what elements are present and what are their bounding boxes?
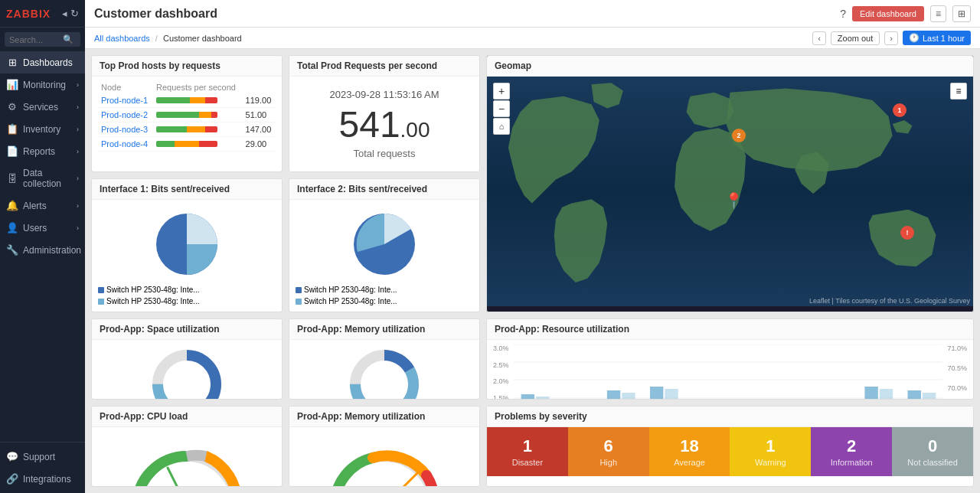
total-requests-value: 541.00 (338, 106, 430, 143)
map-filter-button[interactable]: ≡ (950, 83, 967, 100)
legend-dot-4 (296, 299, 302, 305)
grid-view-button[interactable]: ⊞ (952, 5, 971, 22)
total-requests-label: Total requests (354, 148, 416, 159)
svg-rect-36 (879, 389, 892, 400)
memory-util2-widget: Prod-App: Memory utilization 68.24 % M (289, 406, 480, 487)
y-axis-left: 3.0%2.5%2.0%1.5%1.0%0.5%0% (493, 344, 511, 400)
map-zoom-out[interactable]: − (493, 100, 510, 117)
node-link[interactable]: Prod-node-2 (101, 110, 148, 119)
page-title: Customer dashboard (94, 7, 217, 21)
sidebar-item-data-collection[interactable]: 🗄 Data collection › (0, 162, 85, 194)
list-view-button[interactable]: ≡ (930, 5, 946, 22)
map-controls: + − ⌂ (493, 83, 510, 135)
svg-rect-18 (521, 394, 534, 400)
map-marker-2[interactable]: 2 (732, 129, 746, 142)
cpu-load-widget: Prod-App: CPU load 0.02 Load average ( (91, 406, 283, 487)
breadcrumb-all[interactable]: All dashboards (94, 34, 150, 43)
zoom-out-button[interactable]: Zoom out (831, 31, 880, 45)
sidebar-item-inventory[interactable]: 📋 Inventory › (0, 118, 85, 140)
severity-label: High (599, 458, 617, 467)
legend-item-4: Switch HP 2530-48g: Inte... (296, 297, 397, 305)
memory-util2-body: 68.24 % Memory utilization 0 % 100 % (289, 427, 479, 487)
severity-cell[interactable]: 0 Not classified (892, 427, 973, 476)
severity-cell[interactable]: 18 Average (649, 427, 730, 476)
total-requests-widget: Total Prod Requests per second 2023-09-2… (289, 55, 480, 172)
sidebar-item-integrations[interactable]: 🔗 Integrations (0, 468, 85, 490)
sidebar-item-dashboards[interactable]: ⊞ Dashboards (0, 51, 85, 73)
y-axis-right: 71.0%70.5%70.0%69.5%69.0%68.5% (946, 344, 967, 400)
legend-dot-3 (296, 287, 302, 293)
monitoring-arrow: › (77, 81, 79, 89)
interface1-pie (149, 206, 225, 282)
svg-rect-26 (864, 387, 877, 400)
services-arrow: › (77, 103, 79, 111)
severity-cell[interactable]: 1 Disaster (487, 427, 568, 476)
search-icon: 🔍 (63, 34, 74, 44)
node-link[interactable]: Prod-node-1 (101, 96, 148, 105)
legend-item-3: Switch HP 2530-48g: Inte... (296, 286, 397, 294)
prev-button[interactable]: ‹ (812, 31, 826, 45)
breadcrumb-separator: / (155, 34, 158, 43)
sidebar-item-users[interactable]: 👤 Users › (0, 217, 85, 239)
sidebar-item-reports[interactable]: 📄 Reports › (0, 140, 85, 162)
svg-rect-31 (665, 389, 678, 400)
help-icon[interactable]: ? (840, 8, 846, 20)
severity-label: Information (831, 458, 873, 467)
space-util-donut (149, 346, 225, 400)
resource-util-body: 3.0%2.5%2.0%1.5%1.0%0.5%0% (487, 340, 973, 400)
collapse-icon[interactable]: ◂ (62, 8, 67, 19)
map-marker-1[interactable]: 1 (893, 103, 906, 117)
data-collection-arrow: › (77, 175, 79, 182)
svg-rect-28 (536, 397, 549, 400)
severity-count: 1 (766, 436, 775, 456)
users-icon: 👤 (6, 222, 18, 233)
cpu-load-body: 0.02 Load average (5m avg) 0 15 (92, 427, 282, 487)
edit-dashboard-button[interactable]: Edit dashboard (852, 6, 924, 21)
severity-cell[interactable]: 2 Information (811, 427, 892, 476)
map-zoom-in[interactable]: + (493, 83, 510, 100)
resource-svg (514, 344, 943, 400)
col-requests: Requests per second (153, 81, 243, 93)
sidebar-item-administration[interactable]: 🔧 Administration › (0, 239, 85, 261)
map-home[interactable]: ⌂ (493, 118, 510, 135)
next-button[interactable]: › (884, 31, 898, 45)
cpu-load-title: Prod-App: CPU load (92, 406, 282, 427)
sidebar-item-alerts[interactable]: 🔔 Alerts › (0, 194, 85, 217)
interface2-title: Interface 2: Bits sent/received (289, 179, 479, 200)
map-marker-3[interactable]: ! (900, 226, 914, 240)
node-link[interactable]: Prod-node-4 (101, 139, 148, 149)
memory-util2-title: Prod-App: Memory utilization (289, 406, 479, 427)
geomap-widget: Geomap (486, 55, 974, 312)
memory-gauge-svg (319, 433, 449, 487)
breadcrumb: All dashboards / Customer dashboard (94, 34, 242, 43)
time-range-button[interactable]: 🕐 Last 1 hour (903, 31, 971, 45)
breadcrumb-bar: All dashboards / Customer dashboard ‹ Zo… (85, 28, 980, 49)
node-link[interactable]: Prod-node-3 (101, 125, 148, 134)
map-pin-1[interactable]: 📍 (724, 191, 743, 210)
sidebar-item-services[interactable]: ⚙ Services › (0, 96, 85, 118)
severity-label: Disaster (512, 458, 543, 467)
table-row: Prod-node-3 147.00 (98, 122, 276, 137)
sidebar-item-monitoring[interactable]: 📊 Monitoring › (0, 73, 85, 96)
severity-grid: 1 Disaster 6 High 18 Average 1 Warning 2… (487, 427, 973, 476)
refresh-icon[interactable]: ↻ (70, 8, 79, 19)
search-box[interactable]: 🔍 (5, 32, 80, 47)
app-logo: ZABBIX (6, 8, 51, 20)
sidebar-item-support[interactable]: 💬 Support (0, 446, 85, 468)
dashboards-icon: ⊞ (6, 57, 18, 68)
alerts-icon: 🔔 (6, 200, 18, 211)
geomap-canvas[interactable]: + − ⌂ ≡ 1 2 📍 ! Leaflet | Tiles courtesy… (487, 77, 973, 306)
map-attribution: Leaflet | Tiles courtesy of the U.S. Geo… (809, 297, 970, 305)
topbar-right: ? Edit dashboard ≡ ⊞ (840, 5, 971, 22)
space-util-title: Prod-App: Space utilization (92, 319, 282, 340)
resource-util-title: Prod-App: Resource utilization (487, 319, 973, 340)
severity-cell[interactable]: 6 High (568, 427, 649, 476)
support-icon: 💬 (6, 451, 18, 462)
sidebar-bottom: 💬 Support 🔗 Integrations (0, 442, 85, 493)
resource-util-widget: Prod-App: Resource utilization 3.0%2.5%2… (486, 318, 974, 400)
top-prod-hosts-widget: Top Prod hosts by requests Node Requests… (91, 55, 283, 172)
inventory-arrow: › (77, 126, 79, 133)
legend-dot-1 (98, 287, 104, 293)
search-input[interactable] (9, 35, 63, 44)
severity-cell[interactable]: 1 Warning (730, 427, 811, 476)
